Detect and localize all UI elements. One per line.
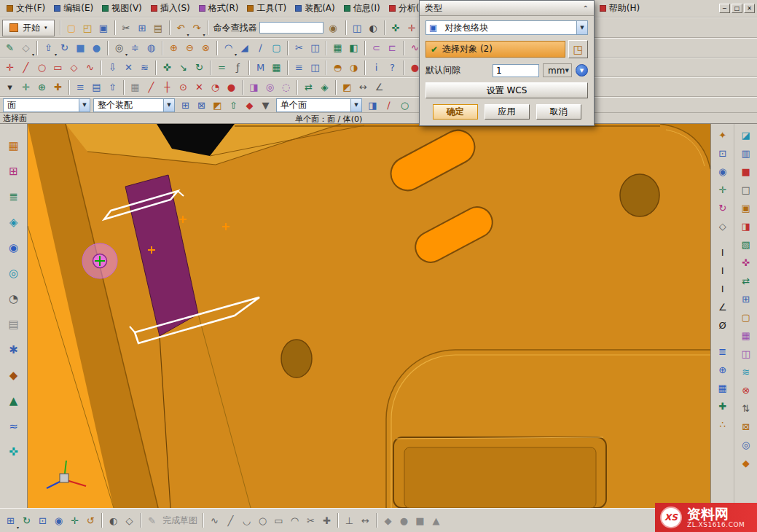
select-tool-button[interactable]: ◳ [568, 40, 588, 58]
paste-icon[interactable]: ▤ [151, 20, 166, 36]
split-body-icon[interactable]: ◫ [307, 40, 323, 55]
snap-intersection-icon[interactable]: ✕ [192, 79, 207, 95]
dim-horizontal-icon[interactable]: I [715, 244, 731, 260]
arc-circle-icon[interactable]: ○ [34, 60, 50, 75]
pan-tool-icon[interactable]: ✛ [715, 181, 731, 197]
studio-spline-icon[interactable]: ∿ [82, 60, 98, 75]
hole-icon[interactable]: ◎▾ [111, 40, 127, 55]
wave-geometry-linker-icon[interactable]: ≋ [738, 364, 754, 380]
chamfer-icon[interactable]: ◢ [237, 40, 252, 55]
dim-parallel-icon[interactable]: I [715, 281, 731, 297]
render-style-icon[interactable]: ◑ [346, 60, 361, 75]
gap-input[interactable] [493, 64, 539, 77]
render-wireframe-icon[interactable]: □ [738, 181, 754, 197]
snap-endpoint-icon[interactable]: ╱ [144, 79, 159, 95]
fillet-tool-icon[interactable]: ◠ [287, 513, 302, 528]
immediate-hide-icon[interactable]: ◌ [278, 79, 294, 95]
snap-quadrant-icon[interactable]: ◔ [208, 79, 223, 95]
shaded-with-edges-icon[interactable]: ◐ [106, 513, 121, 528]
face-analysis-icon[interactable]: ◨ [738, 218, 754, 234]
open-file-icon[interactable]: ◰ [80, 20, 95, 36]
snap-toggle-3-icon[interactable]: ■ [412, 513, 428, 528]
part-navigator-icon[interactable]: ≣ [5, 188, 23, 206]
manufacturing-wizards-icon[interactable]: ✱ [5, 341, 23, 359]
datum-csys-icon[interactable]: ✚ [715, 398, 731, 414]
edit-section-icon[interactable]: ◪ [738, 127, 754, 143]
hole-feature[interactable] [620, 174, 659, 216]
system-materials-icon[interactable]: ▲ [5, 392, 23, 410]
chevron-down-icon[interactable]: ▼ [576, 21, 587, 34]
apply-button[interactable]: 应用 [485, 104, 530, 120]
display-mode-icon[interactable]: ◐ [366, 20, 381, 36]
touch-panel-icon[interactable]: ✜ [5, 443, 23, 461]
undo-icon[interactable]: ↶▾ [173, 20, 189, 36]
sketch-tool-icon[interactable]: ✎ [144, 513, 160, 528]
interference-check-icon[interactable]: ⊗ [738, 382, 754, 398]
expressions-icon[interactable]: = [214, 60, 230, 75]
object-dependency-icon[interactable]: ⇅ [738, 400, 754, 416]
object-display-icon[interactable]: ◨ [246, 79, 262, 95]
context-help-icon[interactable]: ? [385, 60, 400, 75]
select-all-icon[interactable]: ⊞ [178, 98, 193, 113]
new-component-icon[interactable]: ▢ [738, 309, 754, 325]
edit-object-display-icon[interactable]: ◩ [340, 79, 355, 95]
face-rule-options-icon[interactable]: ◨ [365, 98, 380, 113]
menu-item-4[interactable]: 格式(R) [195, 1, 243, 16]
unite-icon[interactable]: ⊕ [166, 40, 181, 55]
mirror-feature-icon[interactable]: ◧ [346, 40, 361, 55]
mirror-assembly-icon[interactable]: ◫ [738, 345, 754, 361]
menu-item-2[interactable]: 视图(V) [98, 1, 146, 16]
snap-toggle-4-icon[interactable]: ▲ [428, 513, 444, 528]
unit-dropdown[interactable]: mm ▼ [543, 63, 572, 77]
menu-item-3[interactable]: 插入(S) [146, 1, 195, 16]
move-to-layer-icon[interactable]: ⇧ [105, 79, 120, 95]
view-popup-menu-icon[interactable]: ⊞▾ [3, 513, 18, 528]
pan-view-icon[interactable]: ✛ [67, 513, 82, 528]
redo-icon[interactable]: ↷▾ [189, 20, 205, 36]
layer-visible-in-view-icon[interactable]: ◫ [307, 60, 323, 75]
chevron-down-icon[interactable]: ▼ [350, 99, 361, 112]
rotate-object-icon[interactable]: ↻ [192, 60, 207, 75]
roles-palette-icon[interactable]: ◆ [5, 367, 23, 384]
scale-object-icon[interactable]: ↘ [176, 60, 191, 75]
rotate-view-icon[interactable]: ↺ [83, 513, 98, 528]
dim-angular-icon[interactable]: ∠ [715, 299, 731, 315]
move-object-icon[interactable]: ✜ [160, 60, 175, 75]
menu-item-5[interactable]: 工具(T) [243, 1, 291, 16]
top-selection-priority-icon[interactable]: ⇧ [226, 98, 241, 113]
dialog-section-header[interactable]: 类型 ⌃ [420, 1, 594, 16]
polygon-icon[interactable]: ◇ [66, 60, 82, 75]
point-tool-2-icon[interactable]: ✚ [319, 513, 334, 528]
wcs-dynamics-icon[interactable]: ✛ [18, 79, 34, 95]
chevron-down-icon[interactable]: ▼ [163, 99, 174, 112]
rectangle-tool-icon[interactable]: ▭ [271, 513, 286, 528]
chevron-down-icon[interactable]: ▼ [79, 99, 90, 112]
perspective-toggle-icon[interactable]: ◇ [715, 218, 731, 234]
grid-toggle-icon[interactable]: ▦ [128, 79, 143, 95]
cancel-button[interactable]: 取消 [536, 104, 581, 120]
measure-angle-icon[interactable]: ∠ [372, 79, 387, 95]
view-magnifier-icon[interactable]: ◉ [5, 239, 23, 257]
annotation-note-icon[interactable]: ≣ [715, 343, 731, 359]
web-browser-icon[interactable]: ≈ [5, 418, 23, 435]
project-curve-icon[interactable]: ⇩ [105, 60, 120, 75]
snap-point-settings-icon[interactable]: ◆ [242, 98, 257, 113]
bounding-body-icon[interactable]: ⊠ [738, 418, 754, 434]
spreadsheet-icon[interactable]: ▦ [269, 60, 284, 75]
pocket-floor[interactable] [404, 447, 596, 508]
minimize-button[interactable]: ─ [719, 4, 730, 13]
set-wcs-button[interactable]: 设置 WCS [425, 82, 588, 98]
face-rule-dropdown[interactable]: 单个面 ▼ [276, 98, 362, 112]
utility-menu-icon[interactable]: ▾ [2, 79, 17, 95]
rapid-dimension-icon[interactable]: ↔ [358, 513, 373, 528]
boss-icon[interactable]: ◍ [144, 40, 159, 55]
assembly-constraints-2-icon[interactable]: ⊞ [738, 291, 754, 307]
start-menu[interactable]: 开始▾ [2, 20, 55, 36]
window-switch-icon[interactable]: ◫ [350, 20, 365, 36]
type-dropdown[interactable]: ▣ 对接包络块 ▼ [425, 20, 588, 35]
extrude-icon[interactable]: ⇧▾ [41, 40, 56, 55]
command-finder-input[interactable] [259, 22, 323, 34]
intersect-icon[interactable]: ⊗ [198, 40, 213, 55]
command-finder-icon[interactable]: ◉ [326, 20, 341, 36]
dim-radial-icon[interactable]: Ø [715, 317, 731, 333]
